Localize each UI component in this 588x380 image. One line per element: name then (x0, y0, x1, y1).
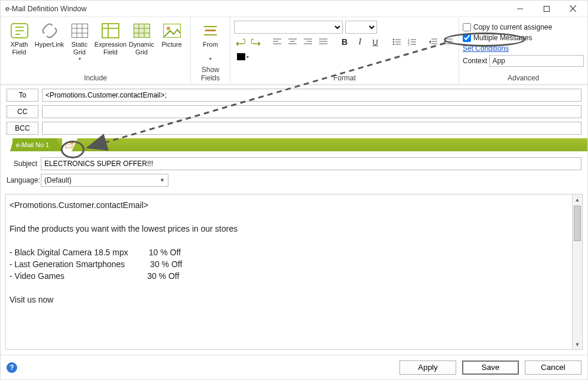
align-left-button[interactable] (271, 35, 284, 48)
scroll-down-arrow-icon[interactable]: ▼ (573, 339, 582, 349)
scroll-up-arrow-icon[interactable]: ▲ (573, 194, 582, 204)
align-center-button[interactable] (286, 35, 299, 48)
hyperlink-icon (40, 22, 60, 40)
to-button[interactable]: To (7, 89, 38, 102)
static-grid-icon (70, 22, 90, 40)
font-size-select[interactable] (345, 21, 377, 34)
copy-to-assignee-checkbox[interactable]: Copy to current assignee (463, 23, 552, 31)
email-body-editor[interactable]: <Promotions.Customer.contactEmail> Find … (5, 194, 573, 350)
set-conditions-link[interactable]: Set Conditions (463, 44, 509, 53)
xpath-field-button[interactable]: XPath Field (4, 20, 34, 56)
svg-marker-60 (444, 40, 446, 44)
title-bar: e-Mail Definition Window (1, 1, 587, 17)
scroll-thumb[interactable] (574, 206, 581, 241)
subject-label: Subject (7, 160, 41, 168)
font-color-button[interactable]: ▾ (234, 50, 252, 63)
subject-input[interactable] (41, 157, 581, 170)
expression-field-button[interactable]: Expression Field (95, 20, 126, 56)
bullet-list-button[interactable] (390, 35, 403, 48)
cancel-button[interactable]: Cancel (525, 360, 581, 375)
indent-button[interactable] (442, 35, 455, 48)
save-button[interactable]: Save (462, 360, 519, 375)
svg-rect-13 (102, 24, 119, 38)
picture-button[interactable]: Picture (157, 20, 187, 56)
language-label: Language: (7, 176, 41, 184)
svg-marker-28 (258, 41, 261, 46)
underline-button[interactable]: U (369, 35, 382, 48)
group-label-include: Include (4, 73, 187, 85)
from-button[interactable]: From ▾ (194, 20, 226, 61)
align-justify-button[interactable] (317, 35, 330, 48)
bold-button[interactable]: B (338, 35, 351, 48)
undo-button[interactable] (234, 35, 247, 48)
bcc-button[interactable]: BCC (7, 122, 38, 135)
editor-scrollbar[interactable]: ▲ ▼ (573, 194, 583, 350)
chevron-down-icon: ▾ (209, 56, 212, 61)
header-fields: To CC BCC (1, 85, 587, 135)
chevron-down-icon: ▾ (79, 56, 81, 61)
add-email-tab-button[interactable] (62, 138, 77, 151)
group-label-showfields: Show Fields (194, 64, 226, 85)
chevron-down-icon: ▼ (160, 177, 165, 183)
dynamic-grid-button[interactable]: Dynamic Grid (126, 20, 157, 56)
svg-text:3: 3 (408, 43, 410, 46)
group-label-advanced: Advanced (463, 73, 584, 85)
context-select[interactable]: App (489, 55, 584, 67)
ribbon-group-include: XPath Field HyperLink Static Grid ▾ Expr… (1, 17, 191, 85)
align-right-button[interactable] (301, 35, 314, 48)
static-grid-button[interactable]: Static Grid ▾ (64, 20, 95, 61)
svg-marker-56 (429, 40, 431, 44)
svg-point-43 (393, 41, 395, 43)
close-button[interactable] (560, 1, 586, 17)
svg-point-23 (167, 27, 170, 30)
dynamic-grid-icon (132, 22, 152, 40)
xpath-field-icon (9, 22, 30, 40)
new-mail-icon (65, 141, 74, 149)
email-tab[interactable]: e-Mail No 1 (10, 138, 63, 151)
email-tab-bar: e-Mail No 1 (1, 138, 587, 151)
help-button[interactable]: ? (7, 362, 17, 373)
svg-rect-1 (544, 6, 549, 11)
svg-rect-17 (134, 24, 150, 38)
apply-button[interactable]: Apply (399, 360, 456, 375)
picture-icon (162, 22, 182, 40)
ribbon: XPath Field HyperLink Static Grid ▾ Expr… (1, 17, 587, 85)
language-select[interactable]: (Default) ▼ (41, 174, 168, 187)
bcc-input[interactable] (42, 122, 581, 135)
detail-section: Subject Language: (Default) ▼ (1, 151, 587, 194)
numbered-list-button[interactable]: 123 (405, 35, 418, 48)
italic-button[interactable]: I (353, 35, 366, 48)
svg-point-45 (393, 44, 395, 46)
svg-rect-8 (72, 24, 87, 38)
footer: ? Apply Save Cancel (1, 355, 587, 379)
context-label: Context (463, 57, 487, 65)
maximize-button[interactable] (533, 1, 560, 17)
hyperlink-button[interactable]: HyperLink (34, 20, 64, 56)
expression-field-icon (100, 22, 121, 40)
redo-button[interactable] (249, 35, 262, 48)
cc-button[interactable]: CC (7, 105, 38, 118)
from-icon (200, 22, 220, 40)
ribbon-group-format: B I U 123 ▾ Format (230, 17, 459, 85)
cc-input[interactable] (42, 105, 581, 118)
minimize-button[interactable] (506, 1, 533, 17)
ribbon-group-advanced: Copy to current assignee Multiple Messag… (459, 17, 587, 85)
editor-area: <Promotions.Customer.contactEmail> Find … (5, 194, 583, 350)
multiple-messages-checkbox[interactable]: Multiple Messages (463, 34, 532, 42)
window-title: e-Mail Definition Window (5, 5, 506, 13)
ribbon-group-showfields: From ▾ Show Fields (191, 17, 230, 85)
svg-point-62 (70, 141, 74, 144)
outdent-button[interactable] (427, 35, 440, 48)
svg-marker-27 (236, 41, 238, 46)
to-input[interactable] (42, 89, 581, 102)
svg-rect-25 (205, 30, 216, 31)
group-label-format: Format (234, 73, 455, 85)
font-family-select[interactable] (234, 21, 343, 34)
svg-point-41 (393, 39, 395, 41)
